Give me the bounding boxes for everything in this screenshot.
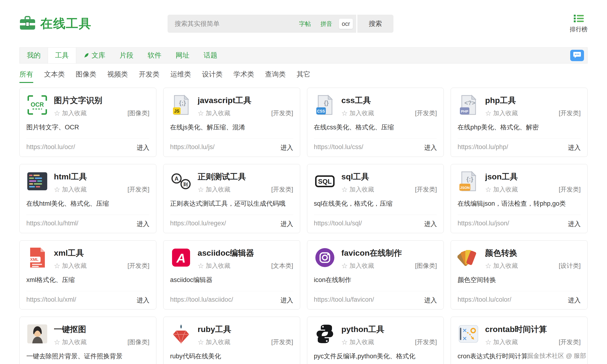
tool-url[interactable]: https://tool.lu/sql/	[314, 220, 362, 228]
chat-button[interactable]	[570, 50, 584, 61]
favorite-button[interactable]: ☆加入收藏	[485, 185, 518, 194]
tool-url[interactable]: https://tool.lu/color/	[457, 296, 511, 304]
favorite-button[interactable]: ☆加入收藏	[54, 262, 87, 270]
favorite-button[interactable]: ☆加入收藏	[342, 109, 374, 117]
category-学术类[interactable]: 学术类	[234, 70, 254, 83]
tool-card[interactable]: {;}JSjavascript工具☆加入收藏[开发类]在线js美化、解压缩、混淆…	[163, 88, 300, 157]
tool-card[interactable]: A到正则测试工具☆加入收藏[开发类]正则表达式测试工具，还可以生成代码哦http…	[163, 164, 300, 233]
tool-title[interactable]: php工具	[485, 94, 581, 106]
tool-url[interactable]: https://tool.lu/xml/	[26, 296, 76, 304]
tool-title[interactable]: ruby工具	[198, 323, 293, 335]
tool-url[interactable]: https://tool.lu/asciidoc/	[170, 296, 233, 304]
category-所有[interactable]: 所有	[19, 70, 33, 83]
tool-card[interactable]: 一键抠图☆加入收藏[图像类]一键去除照片背景、证件照换背景进入	[19, 317, 156, 364]
favorite-button[interactable]: ☆加入收藏	[342, 338, 374, 346]
ranking-link[interactable]: 排行榜	[570, 14, 588, 33]
tool-card[interactable]: <?>PHPphp工具☆加入收藏[开发类]在线php美化、格式化、解密https…	[451, 88, 588, 157]
search-tag-拼音[interactable]: 拼音	[317, 18, 335, 29]
tool-url[interactable]: https://tool.lu/php/	[457, 143, 508, 152]
enter-link[interactable]: 进入	[568, 220, 581, 228]
enter-link[interactable]: 进入	[424, 296, 437, 304]
favorite-button[interactable]: ☆加入收藏	[342, 262, 374, 270]
tab-片段[interactable]: 片段	[112, 48, 140, 63]
tool-title[interactable]: crontab时间计算	[485, 323, 581, 335]
search-button[interactable]: 搜索	[357, 15, 393, 33]
tool-card[interactable]: Aasciidoc编辑器☆加入收藏[文本类]asciidoc编辑器https:/…	[163, 240, 300, 310]
tool-card[interactable]: 颜色转换☆加入收藏[设计类]颜色空间转换https://tool.lu/colo…	[451, 240, 588, 310]
category-图像类[interactable]: 图像类	[76, 70, 96, 83]
tab-工具[interactable]: 工具	[48, 48, 76, 63]
category-运维类[interactable]: 运维类	[170, 70, 191, 83]
site-logo[interactable]: 在线工具	[19, 15, 92, 32]
tool-card[interactable]: favicon在线制作☆加入收藏[图像类]icon在线制作https://too…	[307, 240, 444, 310]
favorite-button[interactable]: ☆加入收藏	[485, 262, 518, 270]
tool-url[interactable]: https://tool.lu/js/	[170, 143, 215, 152]
tool-title[interactable]: sql工具	[342, 170, 437, 182]
tool-title[interactable]: css工具	[342, 94, 437, 106]
tab-网址[interactable]: 网址	[168, 48, 196, 63]
enter-link[interactable]: 进入	[568, 296, 581, 304]
enter-link[interactable]: 进入	[137, 296, 150, 304]
tool-title[interactable]: asciidoc编辑器	[198, 247, 293, 259]
tool-card[interactable]: OCR图片文字识别☆加入收藏[图像类]图片转文字、OCRhttps://tool…	[19, 88, 156, 157]
tool-description: asciidoc编辑器	[170, 276, 293, 284]
favorite-button[interactable]: ☆加入收藏	[198, 338, 230, 346]
category-设计类[interactable]: 设计类	[202, 70, 222, 83]
favorite-button[interactable]: ☆加入收藏	[54, 185, 87, 194]
tab-软件[interactable]: 软件	[140, 48, 168, 63]
tool-title[interactable]: xml工具	[54, 247, 150, 259]
favorite-button[interactable]: ☆加入收藏	[342, 185, 374, 194]
enter-link[interactable]: 进入	[280, 143, 293, 152]
enter-link[interactable]: 进入	[280, 220, 293, 228]
enter-link[interactable]: 进入	[280, 296, 293, 304]
tool-url[interactable]: https://tool.lu/ocr/	[26, 143, 75, 152]
tool-url[interactable]: https://tool.lu/html/	[26, 220, 78, 228]
tab-文库[interactable]: 文库	[76, 48, 112, 63]
tool-url[interactable]: https://tool.lu/json/	[457, 220, 509, 228]
tool-url[interactable]: https://tool.lu/favicon/	[314, 296, 374, 304]
tool-title[interactable]: 一键抠图	[54, 323, 150, 335]
tool-title[interactable]: html工具	[54, 170, 150, 182]
favorite-button[interactable]: ☆加入收藏	[198, 109, 230, 117]
tool-card[interactable]: {}CSScss工具☆加入收藏[开发类]在线css美化、格式化、压缩https:…	[307, 88, 444, 157]
tool-url[interactable]: https://tool.lu/css/	[314, 143, 363, 152]
category-其它[interactable]: 其它	[297, 70, 310, 83]
tool-title[interactable]: 颜色转换	[485, 247, 581, 259]
favorite-button[interactable]: ☆加入收藏	[54, 109, 87, 117]
tool-title[interactable]: 图片文字识别	[54, 94, 150, 106]
tool-title[interactable]: javascript工具	[198, 94, 293, 106]
search-input[interactable]	[175, 20, 296, 27]
tool-title[interactable]: favicon在线制作	[342, 247, 437, 259]
tab-话题[interactable]: 话题	[196, 48, 224, 63]
enter-link[interactable]: 进入	[137, 143, 150, 152]
favorite-button[interactable]: ☆加入收藏	[198, 262, 230, 270]
category-查询类[interactable]: 查询类	[265, 70, 286, 83]
tool-title[interactable]: python工具	[342, 323, 437, 335]
favorite-button[interactable]: ☆加入收藏	[485, 109, 518, 117]
enter-link[interactable]: 进入	[424, 143, 437, 152]
tool-card[interactable]: python工具☆加入收藏[开发类]pyc文件反编译,python美化、格式化进…	[307, 317, 444, 364]
favorite-button[interactable]: ☆加入收藏	[54, 338, 87, 346]
tool-card[interactable]: SQLsql工具☆加入收藏[开发类]sql在线美化，格式化，压缩https://…	[307, 164, 444, 233]
tab-我的[interactable]: 我的	[20, 48, 48, 63]
search-tag-字帖[interactable]: 字帖	[296, 18, 314, 29]
search-tag-ocr[interactable]: ocr	[339, 19, 353, 29]
favorite-button[interactable]: ☆加入收藏	[198, 185, 230, 194]
tool-title[interactable]: 正则测试工具	[198, 170, 293, 182]
enter-link[interactable]: 进入	[137, 220, 150, 228]
tool-card[interactable]: ruby工具☆加入收藏[开发类]ruby代码在线美化进入	[163, 317, 300, 364]
category-开发类[interactable]: 开发类	[139, 70, 159, 83]
tool-title[interactable]: json工具	[485, 170, 581, 182]
ruby-icon	[170, 323, 192, 345]
tool-url[interactable]: https://tool.lu/regex/	[170, 220, 226, 228]
tool-card[interactable]: XMLxml工具☆加入收藏[开发类]xml格式化、压缩https://tool.…	[19, 240, 156, 310]
star-icon: ☆	[198, 110, 204, 117]
enter-link[interactable]: 进入	[424, 220, 437, 228]
tool-card[interactable]: html工具☆加入收藏[开发类]在线html美化、格式化、压缩https://t…	[19, 164, 156, 233]
category-文本类[interactable]: 文本类	[44, 70, 65, 83]
enter-link[interactable]: 进入	[568, 143, 581, 152]
tool-card[interactable]: {:}JSONjson工具☆加入收藏[开发类]在线编辑json，语法检查，转ph…	[451, 164, 588, 233]
svg-text:✕: ✕	[462, 335, 467, 342]
favorite-button[interactable]: ☆加入收藏	[485, 338, 518, 346]
category-视频类[interactable]: 视频类	[107, 70, 128, 83]
